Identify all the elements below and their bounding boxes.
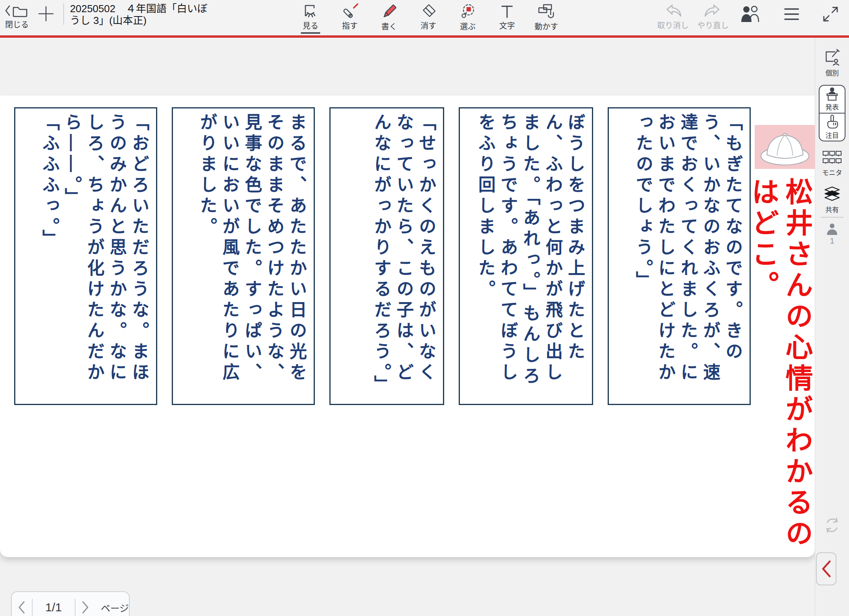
chevron-left-icon: [18, 601, 26, 614]
document-title: 20250502 ４年国語「白いぼうし 3」(山本正): [70, 3, 211, 26]
attention-label: 注目: [825, 130, 839, 140]
toolbar-divider: [63, 4, 64, 25]
undo-button[interactable]: 取り消し: [654, 4, 692, 31]
eraser-icon: [420, 4, 437, 19]
app-toolbar: 閉じる 20250502 ４年国語「白いぼうし 3」(山本正): [0, 0, 849, 35]
chevron-right-icon: [81, 601, 89, 614]
redo-button[interactable]: やり直し: [694, 4, 732, 31]
tool-erase-label: 消す: [421, 20, 436, 31]
tool-move-button[interactable]: 動かす: [527, 0, 566, 35]
tool-view-button[interactable]: 見る: [291, 0, 330, 35]
tool-point-button[interactable]: 指す: [330, 0, 369, 35]
individual-button[interactable]: 個別: [815, 49, 849, 77]
tool-draw-button[interactable]: 書く: [369, 0, 409, 35]
share-button[interactable]: 共有: [815, 186, 849, 214]
laser-pointer-icon: [341, 4, 358, 19]
expand-button[interactable]: [821, 5, 840, 23]
text-card-5[interactable]: 「おどろいただろうな。まほうのみかんと思うかな。なにしろ、ちょうが化けたんだから…: [14, 107, 157, 405]
pointing-hand-icon: [824, 114, 840, 129]
tool-erase-button[interactable]: 消す: [409, 0, 448, 35]
collapse-sidebar-button[interactable]: [816, 552, 836, 585]
text-tool-icon: [499, 4, 515, 19]
monitor-grid-icon: [822, 150, 842, 167]
present-button[interactable]: 発表: [820, 86, 845, 113]
tool-select-label: 選ぶ: [460, 20, 476, 32]
page-indicator: 1/1: [33, 601, 75, 614]
monitor-button[interactable]: モニタ: [815, 150, 849, 177]
text-card-1[interactable]: 「もぎたてなのです。きのう、いかなのおふくろが、速達でおくってくれました。におい…: [608, 107, 751, 405]
selected-tool-underline: [301, 32, 320, 34]
text-card-2[interactable]: ぼうしをつまみ上げたとたん、ふわっと何かが飛び出しました。「あれっ。」もんしろち…: [459, 107, 593, 405]
redo-label: やり直し: [697, 19, 729, 31]
layers-icon: [823, 186, 841, 204]
page-nav-label: ページ: [101, 601, 129, 614]
red-accent-line: [0, 35, 849, 38]
lasso-select-icon: [459, 4, 477, 20]
close-label: 閉じる: [5, 18, 29, 30]
person-icon: [825, 222, 839, 236]
monitor-label: モニタ: [822, 167, 842, 177]
participant-indicator[interactable]: 1: [815, 222, 849, 246]
plus-icon: [37, 5, 55, 23]
page-nav: 1/1 ページ: [11, 591, 130, 616]
hat-image[interactable]: [755, 125, 816, 169]
eye-frame-icon: [302, 4, 319, 19]
people-icon: [740, 5, 763, 24]
tool-move-label: 動かす: [535, 20, 558, 32]
tool-group: 見る 指す: [291, 0, 566, 35]
text-card-4[interactable]: まるで、あたたかい日の光をそのままそめつけたような、見事な色でした。すっぱい、い…: [172, 107, 315, 405]
expand-arrows-icon: [821, 5, 840, 23]
individual-label: 個別: [825, 68, 839, 77]
add-page-button[interactable]: [37, 5, 55, 23]
podium-person-icon: [824, 87, 840, 101]
red-pencil-icon: [380, 4, 398, 20]
right-sidebar: 個別 発表: [815, 38, 849, 616]
sync-indicator: [815, 516, 849, 534]
tool-draw-label: 書く: [381, 20, 397, 32]
prev-page-button[interactable]: [12, 601, 32, 614]
present-label: 発表: [825, 102, 839, 112]
next-page-button[interactable]: [75, 601, 96, 614]
close-button[interactable]: 閉じる: [5, 3, 29, 30]
move-hand-icon: [537, 4, 555, 20]
attention-button[interactable]: 注目: [820, 114, 845, 141]
redo-icon: [703, 4, 723, 19]
tool-text-label: 文字: [499, 20, 515, 31]
tool-text-button[interactable]: 文字: [487, 0, 527, 35]
sync-icon: [823, 516, 841, 534]
tool-select-button[interactable]: 選ぶ: [448, 0, 487, 35]
tool-point-label: 指す: [342, 20, 358, 31]
share-label: 共有: [825, 204, 839, 214]
app-screen: 閉じる 20250502 ４年国語「白いぼうし 3」(山本正): [0, 0, 849, 616]
tool-view-label: 見る: [303, 20, 318, 31]
participants-button[interactable]: [740, 5, 763, 24]
sidebar-divider: [821, 217, 843, 218]
back-folder-icon: [5, 3, 29, 18]
participant-count: 1: [830, 236, 834, 246]
red-chevron-left-icon: [820, 559, 832, 578]
present-attention-group: 発表 注目: [819, 85, 845, 141]
menu-button[interactable]: [783, 7, 800, 22]
undo-icon: [663, 4, 683, 19]
question-text[interactable]: 松井さんの心情がわかるのはどこ。: [743, 178, 814, 554]
board-pencil-icon: [823, 49, 841, 67]
hamburger-icon: [783, 7, 800, 22]
undo-label: 取り消し: [657, 19, 689, 31]
text-card-3[interactable]: 「せっかくのえものがいなくなっていたら、この子は、どんなにがっかりするだろう。」: [329, 107, 444, 405]
